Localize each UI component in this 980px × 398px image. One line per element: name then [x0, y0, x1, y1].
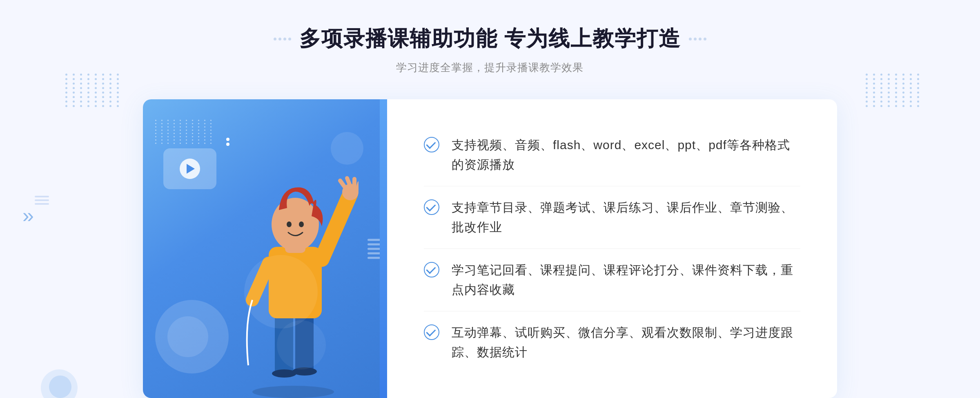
play-icon: [180, 159, 200, 179]
feature-text-1: 支持视频、音频、flash、word、excel、ppt、pdf等各种格式的资源…: [452, 135, 800, 174]
feature-text-3: 学习笔记回看、课程提问、课程评论打分、课件资料下载，重点内容收藏: [452, 260, 800, 300]
person-figure-svg: [220, 161, 359, 398]
feature-text-4: 互动弹幕、试听购买、微信分享、观看次数限制、学习进度跟踪、数据统计: [452, 323, 800, 362]
svg-point-12: [299, 221, 304, 227]
svg-point-18: [244, 255, 318, 329]
stripes-decoration: [368, 236, 380, 261]
svg-point-11: [287, 221, 292, 227]
main-title: 多项录播课辅助功能 专为线上教学打造: [299, 25, 681, 53]
svg-point-19: [277, 320, 326, 369]
title-decorator-right: [689, 38, 706, 40]
svg-point-10: [272, 198, 319, 251]
feature-text-2: 支持章节目录、弹题考试、课后练习、课后作业、章节测验、批改作业: [452, 198, 800, 237]
check-icon-3: [424, 262, 439, 277]
bottom-circle-inner: [49, 376, 71, 398]
svg-line-7: [322, 194, 350, 259]
title-row: 多项录播课辅助功能 专为线上教学打造: [274, 25, 706, 53]
play-triangle: [187, 164, 195, 174]
left-arrow-decoration: »: [22, 203, 34, 227]
check-icon-4: [424, 324, 439, 340]
feature-item-2: 支持章节目录、弹题考试、课后练习、课后作业、章节测验、批改作业: [424, 186, 800, 249]
subtitle: 学习进度全掌握，提升录播课教学效果: [274, 60, 706, 75]
check-circle-1: [424, 137, 439, 152]
check-circle-3: [424, 262, 439, 277]
check-icon-2: [424, 199, 439, 215]
decorative-dots-left: [65, 74, 114, 123]
check-icon-1: [424, 137, 439, 152]
blue-separator-bar: [380, 99, 387, 398]
svg-point-0: [252, 386, 334, 398]
check-circle-2: [424, 199, 439, 215]
svg-line-15: [347, 178, 350, 184]
illustration-panel: [143, 99, 380, 398]
page-stripes-decoration: [35, 194, 49, 207]
figure-container: [220, 161, 359, 398]
decorative-dots-right: [866, 74, 915, 123]
feature-item-4: 互动弹幕、试听购买、微信分享、观看次数限制、学习进度跟踪、数据统计: [424, 311, 800, 373]
svg-line-17: [358, 183, 359, 189]
features-panel: 支持视频、音频、flash、word、excel、ppt、pdf等各种格式的资源…: [387, 99, 837, 398]
illus-circle-2: [167, 316, 208, 357]
feature-item-3: 学习笔记回看、课程提问、课程评论打分、课件资料下载，重点内容收藏: [424, 249, 800, 311]
sparkle-decoration: [225, 136, 231, 148]
title-decorator-left: [274, 38, 291, 40]
illus-circle-3: [331, 132, 363, 165]
page-wrapper: » 多项录播课辅助功能 专为线上教学打造 学习进度全掌握，提升录播课教学效果: [0, 0, 980, 398]
header-section: 多项录播课辅助功能 专为线上教学打造 学习进度全掌握，提升录播课教学效果: [274, 25, 706, 75]
illus-dots-topleft: [155, 120, 214, 144]
svg-line-14: [340, 181, 344, 186]
check-circle-4: [424, 324, 439, 340]
feature-item-1: 支持视频、音频、flash、word、excel、ppt、pdf等各种格式的资源…: [424, 124, 800, 186]
chat-bubble: [163, 148, 216, 189]
content-card: 支持视频、音频、flash、word、excel、ppt、pdf等各种格式的资源…: [143, 99, 837, 398]
